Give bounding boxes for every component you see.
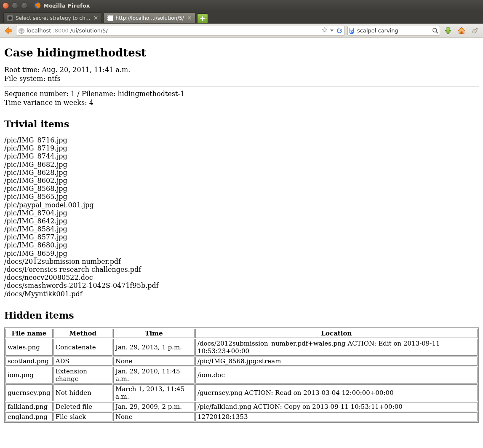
trivial-item: /docs/2012submission number.pdf <box>4 258 479 266</box>
cell-file: iom.png <box>5 367 53 384</box>
bookmark-star-icon[interactable] <box>322 27 328 34</box>
tab-close-icon[interactable]: × <box>187 15 192 21</box>
cell-time: Jan. 29, 2009, 2 p.m. <box>113 402 195 411</box>
trivial-item: /pic/IMG_8602.jpg <box>4 177 479 185</box>
cell-location: /pic/IMG_8568.jpg:stream <box>195 357 478 366</box>
table-row: scotland.pngADSNone/pic/IMG_8568.jpg:str… <box>5 357 478 366</box>
new-tab-button[interactable]: + <box>197 13 208 23</box>
url-port: :8000 <box>53 27 68 34</box>
svg-rect-5 <box>461 32 462 34</box>
window-minimize-button[interactable] <box>12 3 18 9</box>
tab-favicon-icon <box>7 15 13 21</box>
col-time: Time <box>113 329 195 338</box>
table-row: falkland.pngDeleted fileJan. 29, 2009, 2… <box>5 402 478 411</box>
table-row: iom.pngExtension changeJan. 29, 2010, 11… <box>5 367 478 384</box>
trivial-item: /pic/IMG_8680.jpg <box>4 241 479 249</box>
trivial-item: /pic/IMG_8584.jpg <box>4 225 479 233</box>
cell-location: /pic/falkland.png ACTION: Copy on 2013-0… <box>195 402 478 411</box>
url-host: localhost <box>27 27 51 34</box>
hidden-items-table: File name Method Time Location wales.png… <box>4 327 479 423</box>
trivial-item: /docs/smashwords-2012-1042S-0471f95b.pdf <box>4 282 479 290</box>
urlbar-history-dropdown-icon[interactable] <box>330 30 334 32</box>
table-row: guernsey.pngNot hiddenMarch 1, 2013, 11:… <box>5 384 478 401</box>
sequence-line: Sequence number: 1 / Filename: hidingmet… <box>4 90 479 98</box>
page-viewport[interactable]: Case hidingmethodtest Root time: Aug. 20… <box>0 38 483 448</box>
trivial-item: /pic/IMG_8682.jpg <box>4 161 479 169</box>
navigation-toolbar: localhost:8000/ui/solution/5/ g <box>0 24 483 38</box>
cell-time: Jan. 29, 2013, 1 p.m. <box>113 339 195 356</box>
cell-file: england.png <box>5 412 53 421</box>
table-row: england.pngFile slackNone12720128:1353 <box>5 412 478 421</box>
variance-line: Time variance in weeks: 4 <box>4 99 479 107</box>
site-identity-icon[interactable] <box>18 27 25 34</box>
cell-time: None <box>113 357 195 366</box>
cell-location: /docs/2012submission_number.pdf+wales.pn… <box>195 339 478 356</box>
search-engine-icon[interactable]: g <box>350 27 354 34</box>
cell-method: ADS <box>53 357 112 366</box>
trivial-item: /docs/Myyntikk001.pdf <box>4 290 479 298</box>
table-row: wales.pngConcatenateJan. 29, 2013, 1 p.m… <box>5 339 478 356</box>
back-button[interactable] <box>3 25 13 36</box>
trivial-item: /pic/IMG_8577.jpg <box>4 233 479 241</box>
trivial-item: /pic/IMG_8716.jpg <box>4 136 479 144</box>
content-area: Case hidingmethodtest Root time: Aug. 20… <box>0 38 483 448</box>
cell-method: Deleted file <box>53 402 112 411</box>
tab-favicon-icon <box>107 15 113 21</box>
search-bar[interactable]: g <box>347 26 440 36</box>
window-maximize-button[interactable] <box>21 3 27 9</box>
svg-line-4 <box>436 32 438 33</box>
cell-file: scotland.png <box>5 357 53 366</box>
window-titlebar: Mozilla Firefox <box>0 0 483 11</box>
tab-label: Select secret strategy to ch… <box>16 15 91 21</box>
trivial-item: /pic/IMG_8659.jpg <box>4 249 479 258</box>
trivial-item: /pic/IMG_8744.jpg <box>4 152 479 160</box>
trivial-item: /pic/paypal_model.001.jpg <box>4 201 479 209</box>
cell-method: Not hidden <box>53 384 112 401</box>
trivial-items-list: /pic/IMG_8716.jpg/pic/IMG_8719.jpg/pic/I… <box>4 136 479 298</box>
cell-method: Concatenate <box>53 339 112 356</box>
col-location: Location <box>195 329 478 338</box>
trivial-heading: Trivial items <box>4 118 479 129</box>
addon-button[interactable] <box>470 25 480 36</box>
firefox-icon <box>34 2 41 9</box>
trivial-item: /pic/IMG_8565.jpg <box>4 193 479 201</box>
cell-method: Extension change <box>53 367 112 384</box>
trivial-item: /pic/IMG_8704.jpg <box>4 209 479 217</box>
cell-method: File slack <box>53 412 112 421</box>
browser-tab[interactable]: http://localho…i/solution/5/ × <box>104 12 195 23</box>
cell-file: guernsey.png <box>5 384 53 401</box>
trivial-item: /pic/IMG_8568.jpg <box>4 185 479 193</box>
page-heading: Case hidingmethodtest <box>4 46 479 59</box>
trivial-item: /pic/IMG_8628.jpg <box>4 169 479 177</box>
table-header-row: File name Method Time Location <box>5 329 478 338</box>
reload-button[interactable] <box>336 27 343 34</box>
browser-tab[interactable]: Select secret strategy to ch… × <box>3 12 102 23</box>
root-time-line: Root time: Aug. 20, 2011, 11:41 a.m. <box>4 66 479 74</box>
window-controls <box>3 3 27 9</box>
svg-point-3 <box>433 28 437 32</box>
tab-label: http://localho…i/solution/5/ <box>116 15 184 21</box>
col-method: Method <box>53 329 112 338</box>
tab-close-icon[interactable]: × <box>93 15 99 21</box>
downloads-button[interactable] <box>443 25 454 36</box>
cell-location: 12720128:1353 <box>195 412 478 421</box>
trivial-item: /docs/neocv20080522.doc <box>4 274 479 282</box>
url-bar[interactable]: localhost:8000/ui/solution/5/ <box>16 26 345 36</box>
url-path: /ui/solution/5/ <box>70 27 108 34</box>
cell-location: /iom.doc <box>195 367 478 384</box>
tab-strip: Select secret strategy to ch… × http://l… <box>0 11 483 24</box>
svg-point-1 <box>8 16 12 20</box>
search-go-button[interactable] <box>432 27 439 34</box>
filesystem-line: File system: ntfs <box>4 75 479 83</box>
cell-location: /guernsey.png ACTION: Read on 2013-03-04… <box>195 384 478 401</box>
home-button[interactable] <box>456 25 467 36</box>
col-file: File name <box>5 329 53 338</box>
window-title: Mozilla Firefox <box>43 3 90 9</box>
separator <box>4 86 479 86</box>
trivial-item: /pic/IMG_8719.jpg <box>4 144 479 152</box>
cell-file: falkland.png <box>5 402 53 411</box>
search-input[interactable] <box>356 27 430 34</box>
trivial-item: /pic/IMG_8642.jpg <box>4 217 479 225</box>
hidden-heading: Hidden items <box>4 310 479 321</box>
window-close-button[interactable] <box>3 3 9 9</box>
